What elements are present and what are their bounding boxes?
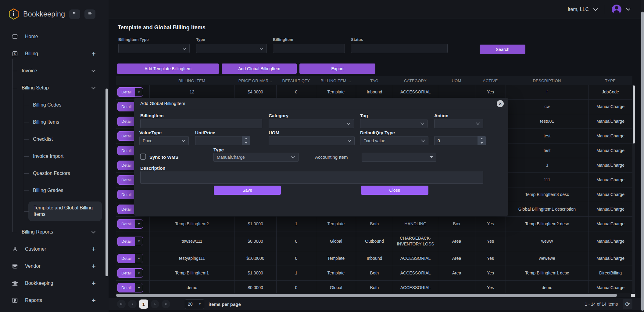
add-global-billingitem-button[interactable]: Add Global BillingItem (222, 63, 297, 74)
modal-valuetype-select[interactable]: Price (139, 136, 189, 145)
step-up-icon[interactable] (478, 136, 486, 141)
previous-page-button[interactable] (128, 300, 137, 308)
detail-button[interactable]: Detail (118, 237, 135, 246)
sidebar-item-billing-items[interactable]: Billing Items (0, 116, 109, 128)
step-down-icon[interactable] (478, 141, 486, 145)
chevron-down-icon[interactable] (593, 7, 598, 12)
detail-button[interactable]: Detail (118, 88, 135, 96)
sidebar-item-billing-setup[interactable]: Billing Setup (0, 82, 109, 94)
close-icon[interactable]: ✕ (497, 100, 504, 107)
table-header-price-or-mar[interactable]: PRICE OR MAR... (234, 78, 276, 83)
step-up-icon[interactable] (242, 136, 250, 141)
detail-dropdown-arrow[interactable]: ▼ (135, 219, 143, 228)
table-header-type[interactable]: TYPE (588, 78, 632, 83)
modal-tag-select[interactable] (360, 119, 428, 128)
detail-button[interactable]: Detail (118, 269, 135, 278)
sidebar-item-billing-codes[interactable]: Billing Codes (0, 99, 109, 111)
step-down-icon[interactable] (242, 141, 250, 145)
chevron-down-icon[interactable] (91, 68, 96, 74)
sidebar-item-question-factors[interactable]: Question Factors (0, 167, 109, 180)
table-horizontal-scrollbar[interactable] (116, 293, 636, 297)
first-page-button[interactable] (117, 300, 126, 308)
modal-action-select[interactable] (434, 119, 483, 128)
detail-button[interactable]: Detail (118, 161, 135, 170)
add-template-billingitem-button[interactable]: Add Template BillingItem (117, 63, 219, 74)
detail-button[interactable]: Detail (118, 283, 135, 292)
detail-button[interactable]: Detail (118, 102, 135, 111)
chevron-down-icon[interactable] (91, 85, 96, 91)
chevron-down-icon[interactable] (626, 7, 631, 12)
detail-button[interactable]: Detail (118, 190, 135, 199)
sidebar-item-checklist[interactable]: Checklist (0, 133, 109, 145)
modal-uom-select[interactable] (269, 136, 355, 145)
table-vertical-scrollbar[interactable] (632, 85, 635, 293)
modal-defaultqty-type-select[interactable]: Fixed value (360, 136, 428, 145)
page-scrollbar[interactable] (641, 0, 644, 312)
billingitem-type-select[interactable] (118, 44, 190, 53)
sidebar-item-home[interactable]: Home (0, 31, 109, 43)
table-header-active[interactable]: ACTIVE (475, 78, 506, 83)
sidebar-item-template-and-global-billing-items[interactable]: Template and Global Billing Items (28, 201, 102, 221)
save-button[interactable]: Save (214, 186, 281, 195)
detail-dropdown-arrow[interactable]: ▼ (135, 237, 143, 246)
apps-grid-button[interactable] (69, 9, 80, 19)
sidebar-scrollbar[interactable] (106, 89, 108, 276)
detail-button[interactable]: Detail (118, 254, 135, 263)
plus-icon[interactable]: + (91, 50, 96, 57)
search-button[interactable]: Search (480, 45, 525, 54)
table-header-billing-item[interactable]: BILLING ITEM (149, 78, 234, 83)
detail-button[interactable]: Detail (118, 132, 135, 140)
modal-category-select[interactable] (269, 119, 354, 128)
modal-description-textarea[interactable] (140, 171, 483, 184)
sidebar-item-invoice[interactable]: Invoice (0, 65, 109, 77)
export-button[interactable]: Export (299, 63, 375, 74)
detail-dropdown-arrow[interactable]: ▼ (135, 269, 143, 278)
status-input[interactable] (351, 44, 448, 53)
table-header-category[interactable]: CATEGORY (393, 78, 438, 83)
sync-to-wms-checkbox[interactable] (140, 154, 146, 160)
table-header-billingitem[interactable]: BILLINGITEM ... (316, 78, 356, 83)
sidebar-item-billing-reports[interactable]: Billing Reports (0, 226, 109, 238)
refresh-button[interactable]: ⟳ (623, 299, 632, 309)
modal-unitprice-stepper[interactable] (195, 136, 250, 145)
sidebar-item-billing-grades[interactable]: Billing Grades (0, 184, 109, 197)
current-page-button[interactable]: 1 (139, 299, 148, 309)
table-header-tag[interactable]: TAG (356, 78, 393, 83)
detail-button[interactable]: Detail (118, 117, 135, 126)
detail-dropdown-arrow[interactable]: ▼ (135, 283, 143, 292)
detail-dropdown-arrow[interactable]: ▼ (135, 254, 143, 263)
modal-close-button[interactable]: Close (361, 186, 428, 195)
detail-button[interactable]: Detail (118, 146, 135, 155)
plus-icon[interactable]: + (91, 245, 96, 253)
plus-icon[interactable]: + (91, 280, 96, 287)
unitprice-value[interactable] (195, 136, 242, 145)
defaultqty-value[interactable]: 0 (434, 136, 478, 145)
detail-dropdown-arrow[interactable]: ▼ (135, 88, 143, 96)
sidebar-item-bookkeeping[interactable]: Bookkeeping+ (0, 277, 109, 289)
modal-billingitem-input[interactable] (140, 119, 262, 128)
detail-button[interactable]: Detail (118, 176, 135, 184)
detail-button[interactable]: Detail (118, 219, 135, 228)
user-avatar[interactable] (612, 5, 621, 14)
plus-icon[interactable]: + (91, 263, 96, 270)
billingitem-input[interactable] (273, 44, 345, 53)
table-header-default-qty[interactable]: DEFAULT QTY (276, 78, 316, 83)
plus-icon[interactable]: + (91, 297, 96, 304)
modal-type-select[interactable]: ManualCharge (213, 153, 299, 162)
table-header-description[interactable]: DESCRIPTION (506, 78, 588, 83)
modal-defaultqty-stepper[interactable]: 0 (434, 136, 486, 145)
stepper-buttons[interactable] (242, 136, 250, 145)
sidebar-item-vendor[interactable]: Vendor+ (0, 260, 109, 272)
stepper-buttons[interactable] (478, 136, 486, 145)
detail-button[interactable]: Detail (118, 205, 135, 214)
company-selector[interactable]: Item, LLC (568, 7, 589, 12)
table-header-uom[interactable]: UOM (438, 78, 475, 83)
next-page-button[interactable] (151, 300, 159, 308)
sidebar-item-reports[interactable]: Reports+ (0, 294, 109, 307)
last-page-button[interactable] (162, 300, 170, 308)
page-size-select[interactable]: 20 ▼ (185, 299, 204, 309)
chevron-down-icon[interactable] (91, 229, 96, 235)
accounting-item-select[interactable] (362, 153, 436, 162)
sidebar-item-billing[interactable]: $Billing+ (0, 48, 109, 60)
sidebar-collapse-button[interactable] (84, 9, 95, 19)
